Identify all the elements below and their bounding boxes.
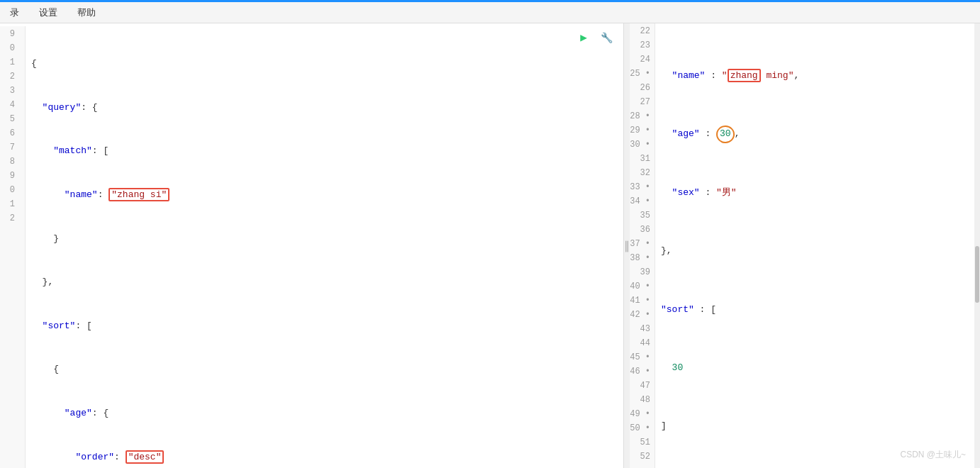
result-line-25: }, bbox=[661, 245, 969, 259]
code-line-7: "sort": [ bbox=[31, 319, 618, 333]
code-line-2: "query": { bbox=[31, 101, 618, 115]
panel-divider[interactable]: ∥ bbox=[624, 23, 630, 468]
watermark: CSDN @土味儿~ bbox=[900, 449, 966, 461]
result-line-22: "name" : "zhang ming", bbox=[661, 69, 969, 83]
main-container: ▶ 🔧 9 0 1 2 3 4 5 6 7 8 9 0 1 2 { bbox=[0, 23, 980, 468]
menu-item-record[interactable]: 录 bbox=[7, 5, 22, 21]
menu-bar: 录 设置 帮助 bbox=[0, 2, 980, 23]
code-line-5: } bbox=[31, 232, 618, 246]
menu-item-help[interactable]: 帮助 bbox=[74, 5, 99, 21]
code-line-10: "order": "desc" bbox=[31, 450, 618, 464]
code-line-9: "age": { bbox=[31, 406, 618, 420]
menu-item-settings[interactable]: 设置 bbox=[36, 5, 60, 21]
result-line-26: "sort" : [ bbox=[661, 303, 969, 317]
scrollbar-thumb[interactable] bbox=[975, 246, 979, 303]
code-line-8: { bbox=[31, 363, 618, 377]
editor-toolbar: ▶ 🔧 bbox=[575, 29, 615, 46]
result-line-numbers: 22 23 24 25 • 26 27 28 • 29 • 30 • 31 32… bbox=[630, 23, 655, 468]
code-line-4: "name": "zhang si" bbox=[31, 188, 618, 202]
result-line-28: ] bbox=[661, 420, 969, 434]
code-editor[interactable]: { "query": { "match": [ "name": "zhang s… bbox=[26, 26, 623, 468]
right-panel: 22 23 24 25 • 26 27 28 • 29 • 30 • 31 32… bbox=[630, 23, 980, 468]
result-line-23: "age" : 30, bbox=[661, 128, 969, 142]
code-line-3: "match": [ bbox=[31, 145, 618, 159]
settings-button[interactable]: 🔧 bbox=[598, 29, 615, 46]
editor-content: 9 0 1 2 3 4 5 6 7 8 9 0 1 2 { "query": {… bbox=[0, 23, 623, 468]
result-scrollbar[interactable] bbox=[974, 23, 980, 468]
result-content: "name" : "zhang ming", "age" : 30, "sex"… bbox=[655, 23, 974, 468]
code-line-6: }, bbox=[31, 276, 618, 290]
code-line-1: { bbox=[31, 57, 618, 72]
result-line-24: "sex" : "男" bbox=[661, 186, 969, 200]
result-line-27: 30 bbox=[661, 361, 969, 375]
editor-line-numbers: 9 0 1 2 3 4 5 6 7 8 9 0 1 2 bbox=[0, 26, 26, 468]
left-panel: ▶ 🔧 9 0 1 2 3 4 5 6 7 8 9 0 1 2 { bbox=[0, 23, 624, 468]
run-button[interactable]: ▶ bbox=[575, 29, 592, 46]
